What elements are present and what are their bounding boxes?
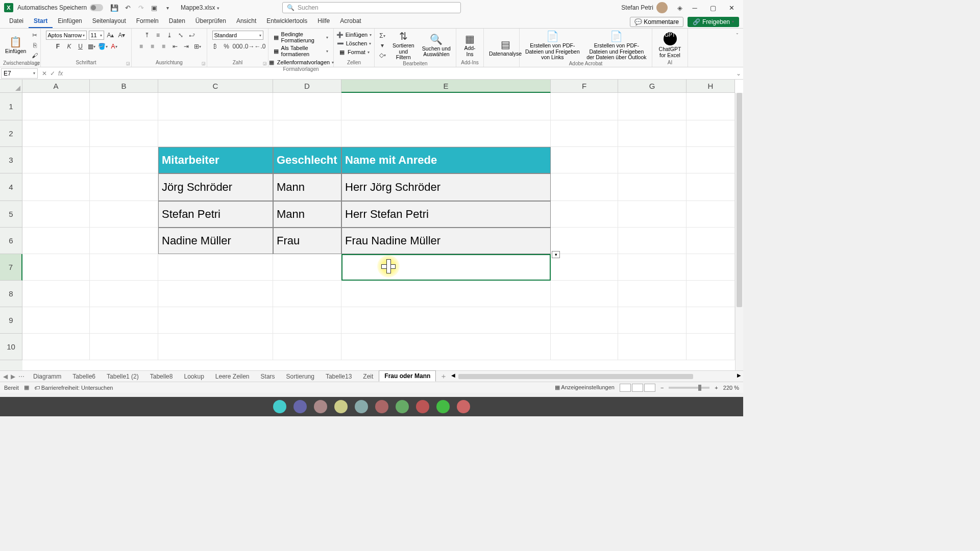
cell-styles-button[interactable]: ▦Zellenformatvorlagen▾ — [266, 58, 336, 66]
close-button[interactable]: ✕ — [724, 2, 739, 14]
ribbon-tab-einfügen[interactable]: Einfügen — [53, 15, 87, 28]
accept-formula-icon[interactable]: ✓ — [50, 70, 55, 77]
column-header[interactable]: H — [687, 80, 735, 93]
indent-inc-icon[interactable]: ⇥ — [182, 42, 191, 51]
table-cell[interactable]: Jörg Schröder — [158, 173, 273, 201]
cell[interactable] — [551, 201, 618, 228]
table-cell[interactable]: Frau Nadine Müller — [341, 228, 551, 254]
row-header[interactable]: 10 — [0, 334, 22, 360]
row-header[interactable]: 8 — [0, 281, 22, 307]
cell[interactable] — [687, 254, 735, 281]
launcher-icon[interactable]: ◲ — [202, 61, 206, 66]
cell[interactable] — [687, 93, 735, 120]
align-bottom-icon[interactable]: ⤓ — [165, 31, 174, 40]
cell[interactable] — [158, 254, 273, 281]
ribbon-tab-hilfe[interactable]: Hilfe — [312, 15, 335, 28]
column-header[interactable]: B — [90, 80, 158, 93]
cell[interactable] — [22, 93, 90, 120]
italic-button[interactable]: K — [65, 42, 74, 51]
cell[interactable] — [551, 307, 618, 334]
ribbon-tab-seitenlayout[interactable]: Seitenlayout — [87, 15, 131, 28]
copy-icon[interactable]: ⎘ — [30, 41, 39, 50]
format-cells-button[interactable]: ▦Format▾ — [336, 48, 372, 56]
cell[interactable] — [341, 334, 551, 360]
ribbon-tab-datei[interactable]: Datei — [4, 15, 29, 28]
cell[interactable] — [158, 334, 273, 360]
ribbon-tab-formeln[interactable]: Formeln — [131, 15, 164, 28]
undo-icon[interactable]: ↶ — [124, 4, 132, 12]
cell[interactable] — [90, 173, 158, 201]
cell[interactable] — [618, 93, 687, 120]
dec-inc-icon[interactable]: .0→ — [244, 42, 254, 51]
sheet-tab[interactable]: Tabelle8 — [144, 371, 179, 382]
cell[interactable] — [341, 93, 551, 120]
redo-icon[interactable]: ↷ — [137, 4, 145, 12]
cell[interactable] — [273, 281, 341, 307]
cell[interactable] — [687, 307, 735, 334]
sheet-tab[interactable]: Diagramm — [28, 371, 67, 382]
cell[interactable] — [273, 93, 341, 120]
cell[interactable] — [158, 307, 273, 334]
vertical-scrollbar[interactable] — [735, 93, 743, 370]
autosave-toggle[interactable]: Automatisches Speichern — [17, 4, 103, 11]
cell[interactable] — [618, 307, 687, 334]
cell[interactable] — [90, 228, 158, 254]
cell[interactable] — [90, 281, 158, 307]
align-center-icon[interactable]: ≡ — [148, 42, 157, 51]
cell[interactable] — [90, 254, 158, 281]
formula-input[interactable] — [66, 68, 734, 79]
dec-dec-icon[interactable]: ←.0 — [256, 42, 265, 51]
cell[interactable] — [687, 120, 735, 147]
autosum-icon[interactable]: Σ▾ — [378, 31, 387, 40]
thousands-icon[interactable]: 000 — [233, 42, 242, 51]
table-cell[interactable]: Mann — [273, 173, 341, 201]
status-accessibility[interactable]: 🏷 Barrierefreiheit: Untersuchen — [34, 385, 113, 391]
row-header[interactable]: 3 — [0, 147, 22, 173]
font-color-icon[interactable]: A▾ — [110, 42, 119, 51]
select-all-button[interactable] — [0, 80, 22, 93]
align-right-icon[interactable]: ≡ — [159, 42, 168, 51]
cell[interactable] — [273, 254, 341, 281]
align-left-icon[interactable]: ≡ — [137, 42, 146, 51]
ribbon-tab-ansicht[interactable]: Ansicht — [231, 15, 261, 28]
insert-cells-button[interactable]: ➕Einfügen▾ — [334, 31, 374, 39]
find-select-button[interactable]: 🔍 Suchen und Auswählen — [420, 34, 453, 58]
column-header[interactable]: E — [341, 80, 551, 93]
launcher-icon[interactable]: ◲ — [35, 61, 39, 66]
acrobat-create-link-button[interactable]: 📄 Erstellen von PDF-Dateien und Freigebe… — [523, 31, 582, 61]
data-analysis-button[interactable]: ▤ Datenanalyse — [487, 39, 524, 57]
table-cell[interactable]: Nadine Müller — [158, 228, 273, 254]
autofill-options-icon[interactable]: ▾ — [552, 251, 560, 258]
cell[interactable] — [687, 201, 735, 228]
row-header[interactable]: 6 — [0, 228, 22, 254]
cell[interactable] — [273, 334, 341, 360]
normal-view-button[interactable] — [620, 384, 631, 392]
column-header[interactable]: D — [273, 80, 341, 93]
cell[interactable] — [22, 307, 90, 334]
zoom-slider[interactable] — [669, 387, 709, 389]
camera-icon[interactable]: ▣ — [150, 4, 158, 12]
indent-dec-icon[interactable]: ⇤ — [170, 42, 180, 51]
font-name-input[interactable]: Aptos Narrow▾ — [46, 31, 87, 40]
cell[interactable] — [687, 334, 735, 360]
fill-color-icon[interactable]: 🪣▾ — [99, 42, 108, 51]
qat-more-icon[interactable]: ▾ — [163, 4, 172, 12]
column-header[interactable]: A — [22, 80, 90, 93]
sheet-tab[interactable]: Stars — [255, 371, 281, 382]
border-icon[interactable]: ▦▾ — [87, 42, 96, 51]
currency-icon[interactable]: ₿ — [211, 42, 220, 51]
cell[interactable] — [90, 120, 158, 147]
user-account[interactable]: Stefan Petri — [621, 2, 668, 13]
cell[interactable] — [551, 93, 618, 120]
cell[interactable] — [551, 334, 618, 360]
cell[interactable] — [551, 147, 618, 173]
sheet-tab[interactable]: Frau oder Mann — [379, 370, 436, 382]
cell[interactable] — [341, 281, 551, 307]
cell[interactable] — [551, 254, 618, 281]
clear-icon[interactable]: ◇▾ — [378, 51, 387, 60]
align-middle-icon[interactable]: ≡ — [154, 31, 163, 40]
number-format-input[interactable]: Standard▾ — [212, 31, 263, 40]
comments-button[interactable]: 💬 Kommentare — [630, 17, 683, 27]
row-header[interactable]: 5 — [0, 201, 22, 228]
cell[interactable] — [551, 173, 618, 201]
